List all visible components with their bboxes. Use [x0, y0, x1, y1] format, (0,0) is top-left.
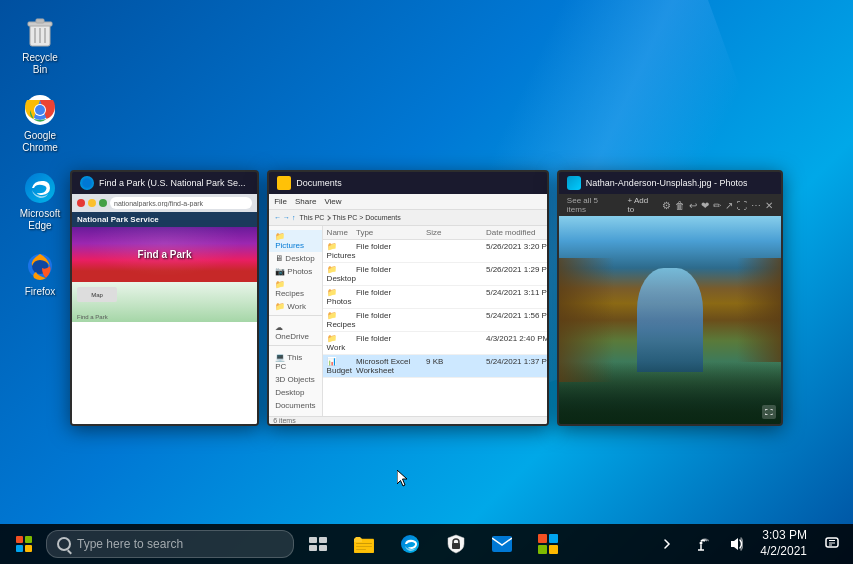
desktop: Recycle Bin Google Chrome — [0, 0, 853, 564]
sidebar-pictures[interactable]: 📁 Pictures — [269, 230, 321, 252]
sidebar-desktop2[interactable]: Desktop — [269, 386, 321, 399]
svg-point-30 — [700, 542, 703, 545]
nps-hero-text: Find a Park — [138, 249, 192, 260]
svg-rect-26 — [538, 534, 547, 543]
svg-rect-19 — [356, 543, 372, 544]
clock-time: 3:03 PM — [762, 528, 807, 544]
chrome-label: Google Chrome — [14, 130, 66, 154]
sidebar-onedrive[interactable]: ☁ OneDrive — [269, 321, 321, 343]
desktop-icons: Recycle Bin Google Chrome — [10, 10, 70, 302]
edge-label: Microsoft Edge — [14, 208, 66, 232]
file-explorer-button[interactable] — [342, 524, 386, 564]
explorer-statusbar: 6 items — [269, 416, 547, 424]
photos-window[interactable]: Nathan-Anderson-Unsplash.jpg - Photos Se… — [557, 170, 783, 426]
recycle-bin-icon[interactable]: Recycle Bin — [10, 10, 70, 80]
photos-toolbar: See all 5 items + Add to ⚙ 🗑 ↩ ❤ ✏ ↗ ⛶ ⋯… — [559, 194, 781, 216]
volume-icon[interactable] — [718, 524, 752, 564]
firefox-label: Firefox — [25, 286, 56, 298]
photos-image-area — [559, 216, 781, 424]
task-view-button[interactable] — [296, 524, 340, 564]
explorer-window[interactable]: Documents File Share View ← → ↑ This PC … — [267, 170, 549, 426]
svg-rect-27 — [549, 534, 558, 543]
explorer-file-list: Name Type Size Date modified 📁 Pictures … — [323, 226, 547, 416]
explorer-main: 📁 Pictures 🖥 Desktop 📷 Photos 📁 Recipes … — [269, 226, 547, 416]
store-button[interactable] — [526, 524, 570, 564]
taskbar-clock[interactable]: 3:03 PM 4/2/2021 — [752, 524, 815, 564]
sidebar-3dobjects[interactable]: 3D Objects — [269, 373, 321, 386]
browser-title: Find a Park (U.S. National Park Se... — [99, 178, 246, 188]
edge-taskbar-button[interactable] — [388, 524, 432, 564]
table-row[interactable]: 📊 Budget Microsoft Excel Worksheet 9 KB … — [323, 355, 547, 378]
google-chrome-icon[interactable]: Google Chrome — [10, 88, 70, 158]
browser-nav: nationalparks.org/find-a-park — [72, 194, 257, 212]
svg-rect-13 — [309, 537, 317, 543]
taskbar: Type here to search — [0, 524, 853, 564]
security-button[interactable] — [434, 524, 478, 564]
clock-date: 4/2/2021 — [760, 544, 807, 560]
table-row[interactable]: 📁 Recipes File folder 5/24/2021 1:56 PM — [323, 309, 547, 332]
search-placeholder: Type here to search — [77, 537, 183, 551]
sidebar-documents[interactable]: Documents — [269, 399, 321, 412]
explorer-toolbar: File Share View — [269, 194, 547, 210]
recycle-bin-label: Recycle Bin — [14, 52, 66, 76]
sidebar-thispc[interactable]: 💻 This PC — [269, 351, 321, 373]
svg-rect-14 — [319, 537, 327, 543]
action-center-button[interactable] — [815, 524, 849, 564]
svg-point-10 — [25, 173, 55, 203]
browser-titlebar: Find a Park (U.S. National Park Se... — [72, 172, 257, 194]
map-placeholder: Map — [77, 287, 117, 302]
table-row[interactable]: 📁 Work File folder 4/3/2021 2:40 PM — [323, 332, 547, 355]
windows-logo — [16, 536, 32, 552]
explorer-addressbar: ← → ↑ This PC This PC > Documents — [269, 210, 547, 226]
show-hidden-icons[interactable] — [650, 524, 684, 564]
svg-rect-25 — [492, 536, 512, 552]
explorer-titlebar: Documents — [269, 172, 547, 194]
mail-button[interactable] — [480, 524, 524, 564]
browser-window[interactable]: Find a Park (U.S. National Park Se... na… — [70, 170, 259, 426]
svg-rect-15 — [309, 545, 317, 551]
browser-content: nationalparks.org/find-a-park National P… — [72, 194, 257, 424]
explorer-column-headers: Name Type Size Date modified — [323, 226, 547, 240]
svg-rect-21 — [356, 549, 366, 550]
sidebar-work[interactable]: 📁 Work — [269, 300, 321, 313]
table-row[interactable]: 📁 Desktop File folder 5/26/2021 1:29 PM — [323, 263, 547, 286]
table-row[interactable]: 📁 Photos File folder 5/24/2021 3:11 PM — [323, 286, 547, 309]
table-row[interactable]: 📁 Pictures File folder 5/26/2021 3:20 PM — [323, 240, 547, 263]
browser-address: nationalparks.org/find-a-park — [114, 200, 203, 207]
svg-rect-2 — [36, 19, 44, 23]
task-view-overlay: Find a Park (U.S. National Park Se... na… — [70, 170, 783, 426]
start-button[interactable] — [4, 524, 44, 564]
nps-header: National Park Service — [72, 212, 257, 227]
network-icon[interactable] — [684, 524, 718, 564]
sidebar-desktop[interactable]: 🖥 Desktop — [269, 252, 321, 265]
explorer-path: This PC > Documents — [332, 214, 400, 221]
explorer-sidebar: 📁 Pictures 🖥 Desktop 📷 Photos 📁 Recipes … — [269, 226, 322, 416]
mouse-cursor — [397, 470, 409, 488]
firefox-icon[interactable]: Firefox — [10, 244, 70, 302]
svg-rect-20 — [356, 546, 372, 547]
sidebar-photos[interactable]: 📷 Photos — [269, 265, 321, 278]
microsoft-edge-icon[interactable]: Microsoft Edge — [10, 166, 70, 236]
svg-rect-16 — [319, 545, 327, 551]
photos-titlebar: Nathan-Anderson-Unsplash.jpg - Photos — [559, 172, 781, 194]
photos-content: See all 5 items + Add to ⚙ 🗑 ↩ ❤ ✏ ↗ ⛶ ⋯… — [559, 194, 781, 424]
svg-rect-29 — [549, 545, 558, 554]
photos-title: Nathan-Anderson-Unsplash.jpg - Photos — [586, 178, 748, 188]
search-icon — [57, 537, 71, 551]
explorer-content: File Share View ← → ↑ This PC This PC > … — [269, 194, 547, 424]
system-tray: 3:03 PM 4/2/2021 — [650, 524, 849, 564]
browser-body: National Park Service Find a Park Map Fi… — [72, 212, 257, 424]
explorer-title: Documents — [296, 178, 342, 188]
taskbar-search[interactable]: Type here to search — [46, 530, 294, 558]
photos-close-btn[interactable]: ⛶ — [762, 405, 776, 419]
svg-point-9 — [35, 105, 45, 115]
svg-rect-28 — [538, 545, 547, 554]
sidebar-recipes[interactable]: 📁 Recipes — [269, 278, 321, 300]
